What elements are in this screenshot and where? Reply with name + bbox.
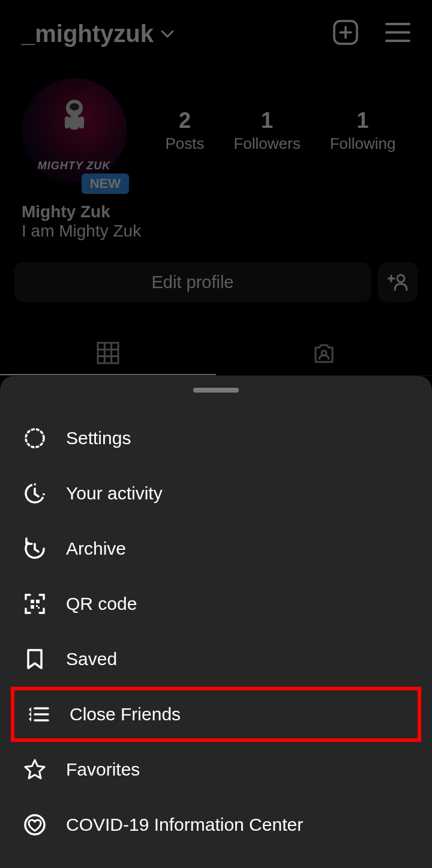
edit-profile-button[interactable]: Edit profile (14, 262, 371, 302)
username-dropdown[interactable]: _mightyzuk (22, 20, 174, 47)
svg-rect-10 (79, 116, 84, 128)
grid-icon (97, 342, 119, 364)
menu-archive[interactable]: Archive (0, 521, 432, 576)
profile-row: MIGHTY ZUK NEW 2 Posts 1 Followers 1 Fol… (22, 78, 410, 183)
add-user-icon (388, 273, 408, 291)
menu-saved[interactable]: Saved (0, 631, 432, 687)
menu-label: Saved (66, 649, 117, 669)
stat-label: Followers (233, 134, 300, 153)
stat-label: Posts (165, 134, 204, 153)
svg-rect-27 (36, 600, 40, 603)
profile-tabs (0, 332, 432, 376)
svg-point-7 (70, 103, 79, 110)
menu-favorites[interactable]: Favorites (0, 742, 432, 797)
svg-rect-8 (70, 115, 79, 130)
stat-followers[interactable]: 1 Followers (233, 108, 300, 153)
menu-activity[interactable]: Your activity (0, 466, 432, 521)
menu-label: Favorites (66, 759, 140, 780)
svg-rect-30 (38, 607, 40, 609)
menu-icon[interactable] (385, 22, 410, 45)
svg-point-11 (397, 275, 404, 282)
tagged-icon (312, 342, 336, 366)
menu-qrcode[interactable]: QR code (0, 576, 432, 631)
menu-close-friends[interactable]: Close Friends (14, 690, 418, 738)
profile-header: _mightyzuk (0, 0, 432, 60)
menu-settings[interactable]: Settings (0, 411, 432, 466)
menu-covid[interactable]: COVID-19 Information Center (0, 797, 432, 852)
display-name: Mighty Zuk (22, 202, 410, 222)
menu-label: Archive (66, 538, 126, 559)
activity-icon (22, 480, 48, 507)
qr-icon (22, 591, 48, 617)
astronaut-icon (56, 96, 92, 144)
stat-following[interactable]: 1 Following (330, 108, 396, 153)
svg-line-23 (35, 494, 38, 496)
stat-value: 2 (165, 108, 204, 133)
discover-people-button[interactable] (378, 262, 418, 302)
menu-label: Settings (66, 428, 131, 448)
profile-stats: 2 Posts 1 Followers 1 Following (151, 108, 410, 153)
stat-value: 1 (330, 108, 396, 133)
highlight-close-friends: Close Friends (11, 687, 421, 742)
svg-marker-35 (29, 717, 31, 722)
svg-rect-26 (31, 600, 34, 603)
close-friends-icon (25, 701, 52, 728)
saved-icon (22, 646, 48, 672)
bio-section: Mighty Zuk I am Mighty Zuk (22, 202, 410, 241)
svg-rect-9 (65, 116, 70, 128)
svg-rect-14 (98, 343, 118, 363)
stat-posts[interactable]: 2 Posts (165, 108, 204, 153)
avatar: MIGHTY ZUK (22, 78, 127, 183)
menu-label: Your activity (66, 483, 163, 504)
settings-icon (22, 425, 48, 451)
bottom-sheet-menu: Settings Your activity Archive QR code S… (0, 376, 432, 868)
username-text: _mightyzuk (22, 20, 154, 47)
stat-value: 1 (233, 108, 300, 133)
svg-point-20 (26, 429, 44, 447)
chevron-down-icon (161, 30, 174, 41)
create-icon[interactable] (332, 19, 359, 48)
svg-line-25 (35, 549, 38, 552)
drag-handle[interactable] (193, 388, 239, 393)
svg-rect-29 (36, 605, 38, 607)
menu-label: QR code (66, 594, 137, 614)
menu-label: Close Friends (70, 704, 181, 725)
header-actions (332, 19, 410, 48)
svg-marker-33 (29, 712, 31, 717)
profile-section: MIGHTY ZUK NEW 2 Posts 1 Followers 1 Fol… (0, 60, 432, 241)
new-badge: NEW (82, 173, 129, 194)
tab-tagged[interactable] (216, 332, 432, 375)
tab-grid[interactable] (0, 332, 216, 375)
avatar-container[interactable]: MIGHTY ZUK NEW (22, 78, 127, 183)
svg-marker-31 (29, 707, 31, 712)
svg-rect-28 (31, 605, 34, 609)
covid-icon (22, 812, 48, 838)
bio-text: I am Mighty Zuk (22, 222, 410, 241)
avatar-text: MIGHTY ZUK (38, 160, 111, 172)
favorites-icon (22, 756, 48, 783)
archive-icon (22, 535, 48, 562)
stat-label: Following (330, 134, 396, 153)
profile-actions: Edit profile (0, 262, 432, 302)
menu-label: COVID-19 Information Center (66, 815, 303, 835)
